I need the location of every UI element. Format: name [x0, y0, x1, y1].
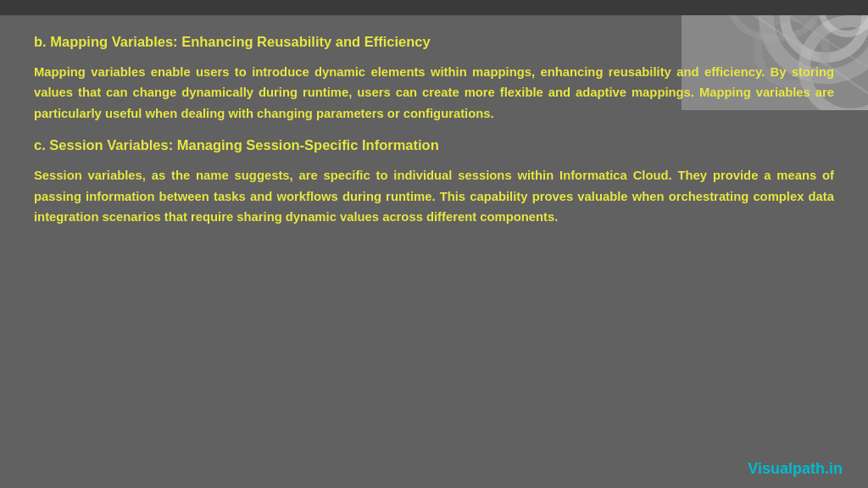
- section-b-body: Mapping variables enable users to introd…: [34, 62, 834, 124]
- content-area: b. Mapping Variables: Enhancing Reusabil…: [0, 15, 868, 460]
- brand-logo: Visualpath.in: [748, 460, 843, 478]
- section-c-body: Session variables, as the name suggests,…: [34, 165, 834, 227]
- top-dark-bar: [0, 0, 868, 15]
- footer: Visualpath.in: [0, 460, 868, 488]
- section-b-title: b. Mapping Variables: Enhancing Reusabil…: [34, 34, 834, 50]
- slide-container: b. Mapping Variables: Enhancing Reusabil…: [0, 0, 868, 488]
- section-c-title: c. Session Variables: Managing Session-S…: [34, 137, 834, 153]
